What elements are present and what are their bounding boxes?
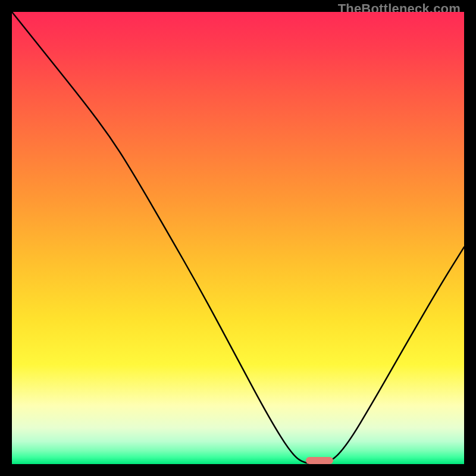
chart-frame: TheBottleneck.com bbox=[0, 0, 476, 476]
bottleneck-curve bbox=[12, 12, 464, 464]
curve-path bbox=[12, 12, 464, 464]
optimal-marker bbox=[306, 457, 333, 464]
plot-area bbox=[12, 12, 464, 464]
